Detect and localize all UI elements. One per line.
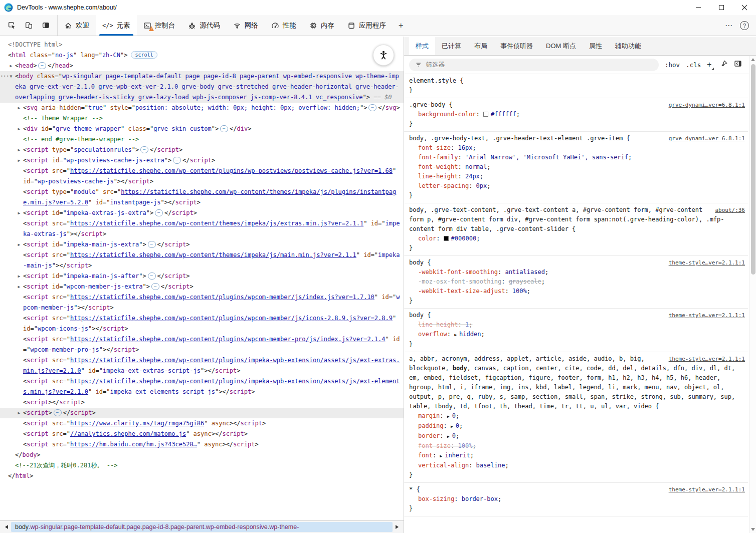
property-name[interactable]: border [418,432,440,439]
dom-tree-line[interactable]: ▶<div id="grve-theme-wrapper" class="grv… [0,124,404,134]
dom-tree-line[interactable]: </html> [0,471,404,481]
css-property[interactable]: font: ▶inherit; [409,451,745,461]
dom-tree-line[interactable]: ▶<script id="impeka-main-js-after">⋯</sc… [0,271,404,282]
tab-styles[interactable]: 样式 [409,37,435,55]
css-property[interactable]: font-size: 16px; [409,143,745,153]
tab-sources[interactable]: 源代码 [181,15,227,36]
inline-expand-button[interactable]: ⋯ [173,157,181,164]
dom-tree-line[interactable]: <script src="https://staticfile.shephe.c… [0,376,404,397]
property-value[interactable]: 0px [476,182,487,189]
inline-expand-button[interactable]: ⋯ [140,146,148,153]
toggle-hover-state-button[interactable]: :hov [665,61,680,69]
dom-tree-line[interactable]: <script src="https://staticfile.shephe.c… [0,166,404,187]
dom-tree-line[interactable]: ▶<script>⋯</script> [0,408,404,418]
property-value[interactable]: antialiased [505,269,544,276]
inspect-element-button[interactable] [4,18,19,33]
rule-selector[interactable]: element.style { [409,76,745,86]
property-name[interactable]: box-sizing [418,495,454,502]
scroll-up-arrow-icon[interactable] [751,58,755,61]
property-name[interactable]: font-family [418,154,458,161]
css-property[interactable]: border: ▶0; [409,431,745,441]
new-style-rule-button[interactable]: + [707,60,714,69]
help-icon[interactable]: ? [740,21,749,30]
dom-tree-line[interactable]: ▶<script id="impeka-main-js-extra">⋯</sc… [0,239,404,250]
scrollbar-thumb[interactable] [751,64,755,275]
css-property[interactable]: box-sizing: border-box; [409,494,745,504]
minimize-button[interactable] [687,0,710,15]
property-name[interactable]: font-weight [418,163,458,170]
property-value[interactable]: 100% [458,442,472,449]
expand-arrow-icon[interactable]: ▶ [16,271,22,282]
focus-mode-button[interactable] [38,18,53,33]
inline-expand-button[interactable]: ⋯ [368,104,376,111]
style-source-link[interactable]: theme-style…ver=2.1.1:1 [669,258,745,268]
scroll-down-arrow-icon[interactable] [751,528,755,531]
dom-tree-line[interactable]: <!--21次查询，耗时0.281秒。 --> [0,460,404,471]
dom-tree-line[interactable]: <script src="https://www.clarity.ms/tag/… [0,418,404,429]
inline-expand-button[interactable]: ⋯ [151,283,159,290]
expand-arrow-icon[interactable]: ▶ [16,282,22,292]
dom-tree-line[interactable]: •••▼<body class="wp-singular page-templa… [0,71,404,103]
dom-tree-line[interactable]: <script type="module" src="https://stati… [0,187,404,208]
css-property[interactable]: line-height: 24px; [409,172,745,181]
inline-expand-button[interactable]: ⋯ [54,409,62,416]
dom-tree-line[interactable]: <html class="no-js" lang="zh-CN">scroll [0,50,404,61]
expand-arrow-icon[interactable]: ▶ [16,239,22,250]
property-name[interactable]: color [418,235,436,242]
tab-application[interactable]: 应用程序 [341,15,393,36]
resource-link[interactable]: https://staticfile.shephe.com/wp-content… [70,220,363,227]
inline-expand-button[interactable]: ⋯ [148,273,156,280]
dom-tree-line[interactable]: <script src="https://staticfile.shephe.c… [0,250,404,271]
expand-shorthand-icon[interactable]: ▶ [447,434,450,439]
breadcrumb-scroll-left-button[interactable] [2,522,11,532]
tab-network[interactable]: 网络 [227,15,265,36]
expand-arrow-icon[interactable]: ▶ [16,145,22,155]
dom-tree-line[interactable]: <script src="//analytics.shephe.com/mato… [0,429,404,439]
tab-memory[interactable]: 内存 [303,15,341,36]
expand-arrow-icon[interactable]: ▶ [16,208,22,218]
tab-computed[interactable]: 已计算 [435,37,468,55]
tab-dom-breakpoints[interactable]: DOM 断点 [539,37,583,55]
tab-layout[interactable]: 布局 [468,37,494,55]
rendering-emulation-button[interactable] [720,60,728,70]
more-options-icon[interactable]: ⋯ [725,21,733,30]
dom-tree-line[interactable]: <!DOCTYPE html> [0,40,404,50]
tab-accessibility[interactable]: 辅助功能 [609,37,648,55]
inline-expand-button[interactable]: ⋯ [38,62,46,69]
property-name[interactable]: line-height [418,321,458,328]
property-value[interactable]: #000000 [451,235,477,242]
css-property[interactable]: -moz-osx-font-smoothing: grayscale; [409,277,745,287]
add-tab-button[interactable]: + [393,15,410,36]
tab-elements[interactable]: </> 元素 [96,15,137,36]
breadcrumb[interactable]: body.wp-singular.page-template-default.p… [11,522,393,532]
expand-arrow-icon[interactable]: ▶ [16,155,22,166]
style-source-link[interactable]: grve-dynami…ver=6.8.1:1 [669,134,745,143]
resource-link[interactable]: https://staticfile.shephe.com/wp-content… [70,251,356,258]
scroll-badge[interactable]: scroll [131,51,157,59]
css-property[interactable]: -webkit-font-smoothing: antialiased; [409,268,745,277]
dom-tree-line[interactable]: <!-- Theme Wrapper --> [0,113,404,124]
css-property[interactable]: line-height: 1; [409,320,745,330]
property-value[interactable]: 16px [458,144,472,151]
dom-tree-line[interactable]: <script src="https://staticfile.shephe.c… [0,292,404,313]
css-property[interactable]: overflow: ▶hidden; [409,330,745,340]
breadcrumb-scroll-right-button[interactable] [393,522,402,532]
tab-event-listeners[interactable]: 事件侦听器 [494,37,539,55]
expand-arrow-icon[interactable]: ▶ [16,124,22,134]
css-property[interactable]: vertical-align: baseline; [409,461,745,470]
dom-tree-line[interactable]: <script src="https://staticfile.shephe.c… [0,334,404,355]
property-name[interactable]: font-size [418,144,451,151]
property-name[interactable]: -webkit-text-size-adjust [418,288,505,295]
property-value[interactable]: #ffffff [491,111,516,118]
resource-link[interactable]: https://staticfile.shephe.com/wp-content… [70,336,386,343]
tab-performance[interactable]: 性能 [265,15,303,36]
dom-tree-line[interactable]: <!-- end #grve-theme-wrapper --> [0,134,404,145]
css-property[interactable]: margin: ▶0; [409,411,745,421]
resource-link[interactable]: https://staticfile.shephe.com/wp-content… [70,315,393,322]
resource-link[interactable]: https://www.clarity.ms/tag/rmga75gi86 [70,420,204,427]
color-swatch[interactable] [483,112,488,117]
expand-shorthand-icon[interactable]: ▶ [440,454,442,458]
property-value[interactable]: inherit [445,452,470,459]
collapse-arrow-icon[interactable]: ▼ [8,71,14,82]
inline-expand-button[interactable]: ⋯ [148,241,156,248]
